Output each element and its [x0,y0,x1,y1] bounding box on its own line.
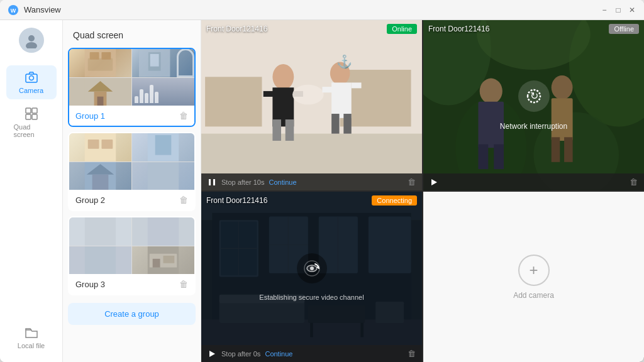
svg-rect-9 [32,114,37,119]
sidebar-item-localfile[interactable]: Local file [6,321,57,354]
quad-label: Quad screen [14,123,49,138]
localfile-label: Local file [18,342,45,349]
group-3-name: Group 3 [75,280,105,289]
svg-rect-8 [26,114,31,119]
add-camera-label: Add camera [513,291,554,300]
window-controls: − □ ✕ [600,6,636,14]
svg-rect-22 [88,140,99,149]
cam1-continue-link[interactable]: Continue [269,178,297,186]
thumb-cell [132,162,194,190]
camera-grid: ⚓ Front Door121416 Online Stop a [201,20,644,362]
cam2-play-button[interactable] [430,178,438,187]
cam1-pause-button[interactable] [208,178,216,187]
group-3-thumbnail [69,217,194,274]
svg-rect-13 [101,52,111,60]
group-2-footer: Group 2 🗑 [69,190,194,210]
cam1-footer: Stop after 10s Continue 🗑 [201,173,422,190]
avatar [19,28,44,53]
group-3-delete-icon[interactable]: 🗑 [179,279,188,289]
thumb-cell [132,217,194,246]
group-2-thumbnail [69,133,194,190]
thumb-cell [69,217,131,246]
thumb-cell [132,78,194,106]
svg-point-41 [272,64,294,90]
cam2-footer: 🗑 [423,173,644,190]
thumb-cell [69,133,131,162]
cam1-title: Front Door121416 [206,25,267,33]
svg-rect-45 [264,91,274,97]
svg-rect-53 [352,82,362,88]
thumb-cell [69,49,131,77]
cam3-continue-link[interactable]: Continue [265,350,292,358]
cam2-status: Offline [609,24,639,34]
svg-point-5 [29,76,33,80]
cam1-delete-icon[interactable]: 🗑 [408,177,416,187]
minimize-button[interactable]: − [600,6,609,14]
cam3-stop-label: Stop after 0s [221,350,260,358]
svg-rect-11 [88,58,113,71]
svg-rect-16 [150,54,159,67]
cam3-play-button[interactable] [208,349,216,358]
svg-rect-7 [32,108,37,113]
svg-rect-28 [92,174,109,190]
group-1-delete-icon[interactable]: 🗑 [179,111,188,121]
cam3-message: Establishing secure video channel [259,293,364,301]
create-group-button[interactable]: Create a group [68,303,196,325]
cam3-delete-icon[interactable]: 🗑 [408,349,416,358]
maximize-button[interactable]: □ [614,6,623,14]
thumb-cell [69,246,131,275]
cam4-add-area[interactable]: + Add camera [423,192,644,362]
svg-rect-44 [286,119,294,141]
svg-rect-55 [209,179,211,185]
group-1-name: Group 1 [75,111,105,121]
app-logo: W [8,4,19,16]
svg-rect-12 [90,52,99,60]
panel-header: Quad screen [63,28,201,48]
thumb-cell [69,78,131,106]
group-item-2[interactable]: Group 2 🗑 [68,132,196,211]
group-item-1[interactable]: Group 1 🗑 [68,48,196,127]
svg-rect-20 [97,96,104,106]
group-item-3[interactable]: Group 3 🗑 [68,216,196,295]
titlebar: W Wansview − □ ✕ [0,0,644,20]
svg-rect-51 [343,114,351,134]
sidebar-item-quad[interactable]: Quad screen [6,102,57,143]
group-2-delete-icon[interactable]: 🗑 [179,195,188,205]
cam3-status: Connecting [372,195,417,206]
thumb-cell [69,162,131,190]
folder-icon [25,326,38,339]
svg-rect-29 [148,162,179,190]
cam3-footer: Stop after 0s Continue 🗑 [201,345,422,362]
group-1-footer: Group 1 🗑 [69,106,194,126]
svg-rect-32 [85,246,116,275]
svg-rect-35 [153,258,160,267]
close-button[interactable]: ✕ [628,6,636,14]
connecting-icon [297,253,327,283]
cam3-stop-text: Stop after 0s Continue [221,350,402,358]
cam1-feed: ⚓ [201,20,422,190]
sidebar-item-camera[interactable]: Camera [6,65,57,99]
cam2-title: Front Door121416 [428,25,489,33]
add-camera-circle: + [518,255,550,286]
cam1-stop-label: Stop after 10s [221,178,265,186]
svg-rect-25 [155,135,172,155]
svg-text:↻: ↻ [530,90,538,101]
camera-label: Camera [19,87,43,94]
cam3-title: Front Door121416 [206,196,267,205]
camera-cell-4[interactable]: + Add camera [423,192,644,362]
camera-cell-2: ↻ Network interruption Front Door121416 … [423,20,644,190]
svg-rect-6 [26,108,31,113]
thumb-cell [132,49,194,77]
svg-point-3 [26,42,37,48]
cam2-header: Front Door121416 Offline [423,20,644,38]
svg-rect-43 [272,119,281,141]
thumb-cell [132,246,194,275]
group-3-footer: Group 3 🗑 [69,274,194,294]
nav-sidebar: Camera Quad screen [0,20,63,362]
cam1-status: Online [387,24,417,34]
cam2-message: Network interruption [500,122,567,131]
cam2-delete-icon[interactable]: 🗑 [630,177,638,187]
thumb-cell [132,133,194,162]
svg-point-95 [310,266,314,270]
group-2-name: Group 2 [75,195,105,205]
